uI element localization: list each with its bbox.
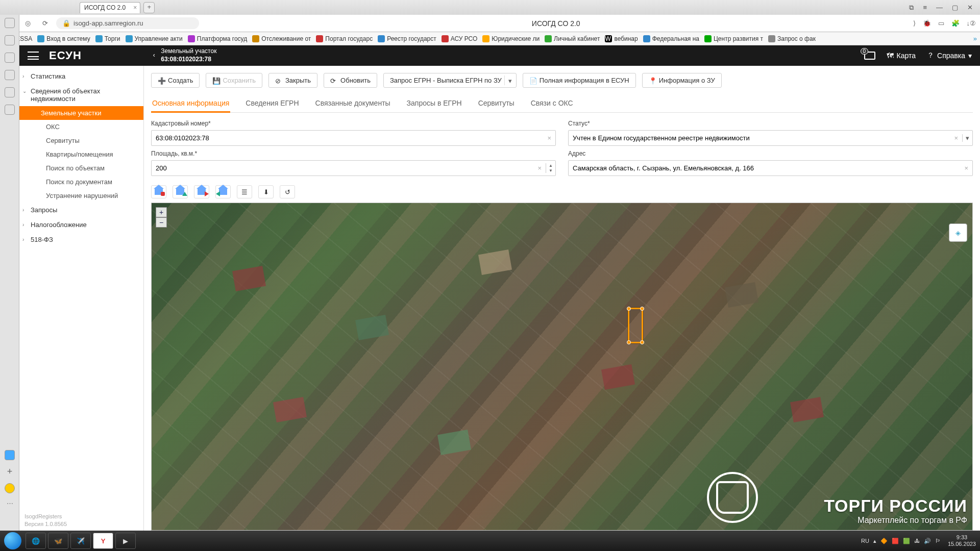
bookmark-item[interactable]: Личный кабинет: [545, 35, 600, 42]
close-tab-icon[interactable]: ×: [133, 4, 137, 11]
cadastral-input[interactable]: [152, 131, 543, 145]
bookmark-item[interactable]: Вход в систему: [37, 35, 90, 42]
create-button[interactable]: ➕Создать: [151, 73, 200, 88]
menu-icon[interactable]: [28, 52, 39, 60]
bookmark-item[interactable]: Запрос о фак: [768, 35, 816, 42]
task-ie[interactable]: 🌐: [26, 533, 46, 549]
rail-play-icon[interactable]: [5, 70, 15, 80]
refresh-button[interactable]: ⟳Обновить: [324, 73, 377, 88]
sidebar-item-stats[interactable]: ›Статистика: [19, 69, 143, 84]
browser-tab[interactable]: ИСОГД СО 2.0 ×: [80, 2, 140, 13]
egrn-request-button[interactable]: Запрос ЕГРН - Выписка ЕГРН по ЗУ: [383, 73, 517, 88]
selected-parcel[interactable]: [628, 308, 643, 343]
bookmark-item[interactable]: Платформа госуд: [188, 35, 247, 42]
bookmark-icon[interactable]: ⟩: [913, 19, 916, 27]
sidebar-item-violations[interactable]: Устранение нарушений: [41, 189, 143, 203]
tab-oks-links[interactable]: Связи с ОКС: [530, 95, 574, 112]
start-button[interactable]: [4, 532, 21, 549]
geom-export-button[interactable]: [194, 185, 209, 198]
rail-badge-icon[interactable]: [5, 87, 15, 97]
download-button[interactable]: ⬇: [258, 185, 274, 198]
full-info-button[interactable]: 📄Полная информация в ЕСУН: [523, 73, 636, 88]
bookmark-item[interactable]: Отслеживание от: [252, 35, 311, 42]
maximize-icon[interactable]: ▢: [952, 4, 958, 12]
bookmark-item[interactable]: Реестр государст: [378, 35, 436, 42]
bookmark-item[interactable]: Торги: [95, 35, 120, 42]
status-input[interactable]: [569, 131, 950, 145]
close-button[interactable]: ⊘Закрыть: [268, 73, 317, 88]
tab-docs[interactable]: Связанные документы: [314, 95, 391, 112]
ext1-icon[interactable]: 🐞: [923, 19, 931, 27]
reload-button[interactable]: ⟳: [39, 17, 51, 30]
rail-more-icon[interactable]: ⋯: [7, 499, 13, 507]
spin-up[interactable]: ▲: [546, 163, 555, 168]
geom-import-button[interactable]: [215, 185, 231, 198]
task-app2[interactable]: ▶: [115, 533, 136, 549]
window-copy-icon[interactable]: ⧉: [909, 4, 914, 12]
tab-servitutes[interactable]: Сервитуты: [477, 95, 516, 112]
close-window-icon[interactable]: ✕: [967, 4, 973, 12]
bc-arrow-icon[interactable]: ‹: [153, 52, 155, 59]
ext2-icon[interactable]: ▭: [938, 19, 944, 27]
map-viewport[interactable]: + − ◈ ТОРГИ РОССИИ Маркетплейс по торгам…: [151, 203, 973, 531]
address-input[interactable]: [569, 161, 960, 176]
bookmark-item[interactable]: Портал государс: [316, 35, 373, 42]
tray-icon[interactable]: 🟥: [892, 538, 899, 544]
rail-copy-icon[interactable]: [5, 53, 15, 63]
clear-icon[interactable]: ×: [543, 134, 555, 142]
status-select[interactable]: × ▾: [568, 130, 973, 146]
bookmark-item[interactable]: Юридические ли: [482, 35, 540, 42]
window-menu-icon[interactable]: ≡: [923, 4, 927, 12]
tray-flag-icon[interactable]: 🏳: [935, 538, 941, 544]
sidebar-item-search-docs[interactable]: Поиск по документам: [41, 175, 143, 189]
tray-icon[interactable]: 🟩: [903, 538, 910, 544]
reset-button[interactable]: ↺: [280, 185, 295, 198]
bookmarks-overflow[interactable]: »: [973, 35, 977, 42]
rail-note-icon[interactable]: [5, 35, 15, 45]
tray-up-icon[interactable]: ▴: [873, 538, 876, 544]
clock[interactable]: 9:3315.06.2023: [948, 534, 976, 547]
tab-egrn-requests[interactable]: Запросы в ЕГРН: [406, 95, 463, 112]
rail-add-icon[interactable]: +: [7, 466, 13, 477]
lang-indicator[interactable]: RU: [861, 538, 869, 544]
bookmark-item[interactable]: Управление акти: [126, 35, 183, 42]
zu-info-button[interactable]: 📍Информация о ЗУ: [642, 73, 722, 88]
ext3-icon[interactable]: 🧩: [951, 19, 960, 27]
tray-network-icon[interactable]: 🖧: [914, 538, 920, 544]
sidebar-item-servitutes[interactable]: Сервитуты: [41, 134, 143, 147]
rail-chat-icon[interactable]: [5, 105, 15, 115]
mail-button[interactable]: 0: [864, 52, 875, 60]
list-button[interactable]: ☰: [237, 185, 252, 198]
url-field[interactable]: 🔒 isogd-app.samregion.ru: [56, 17, 199, 29]
clear-icon[interactable]: ×: [950, 134, 962, 142]
rail-assistant-icon[interactable]: [5, 483, 15, 493]
tab-egrn[interactable]: Сведения ЕГРН: [244, 95, 300, 112]
downloads-icon[interactable]: ↓②: [967, 19, 976, 27]
tray-volume-icon[interactable]: 🔊: [924, 538, 931, 544]
zoom-in-button[interactable]: +: [156, 207, 167, 217]
spin-down[interactable]: ▼: [546, 168, 555, 173]
save-button[interactable]: 💾Сохранить: [206, 73, 262, 88]
bookmark-item[interactable]: Федеральная на: [643, 35, 699, 42]
geom-send-button[interactable]: [173, 185, 188, 198]
help-link[interactable]: ？ Справка ▾: [927, 51, 972, 60]
geom-delete-button[interactable]: [151, 185, 166, 198]
sidebar-item-oks[interactable]: ОКС: [41, 120, 143, 134]
sidebar-item-land[interactable]: Земельные участки: [19, 106, 143, 120]
sidebar-item-tax[interactable]: ›Налогообложение: [19, 217, 143, 232]
sidebar-item-requests[interactable]: ›Запросы: [19, 203, 143, 217]
area-input[interactable]: [152, 161, 533, 176]
tray-icon[interactable]: 🔶: [880, 538, 888, 544]
target-icon[interactable]: ◎: [21, 17, 34, 30]
tab-main-info[interactable]: Основная информация: [151, 95, 230, 113]
bookmark-item[interactable]: АСУ РСО: [442, 35, 478, 42]
rail-app1-icon[interactable]: [5, 450, 15, 460]
bookmark-item[interactable]: Центр развития т: [704, 35, 763, 42]
map-link[interactable]: 🗺 Карта: [887, 52, 916, 60]
layers-button[interactable]: ◈: [949, 223, 967, 242]
clear-icon[interactable]: ×: [960, 164, 972, 172]
sidebar-item-search-objects[interactable]: Поиск по объектам: [41, 161, 143, 175]
rail-clock-icon[interactable]: [5, 18, 15, 28]
sidebar-item-518fz[interactable]: ›518-ФЗ: [19, 232, 143, 247]
sidebar-item-apartments[interactable]: Квартиры/помещения: [41, 147, 143, 161]
